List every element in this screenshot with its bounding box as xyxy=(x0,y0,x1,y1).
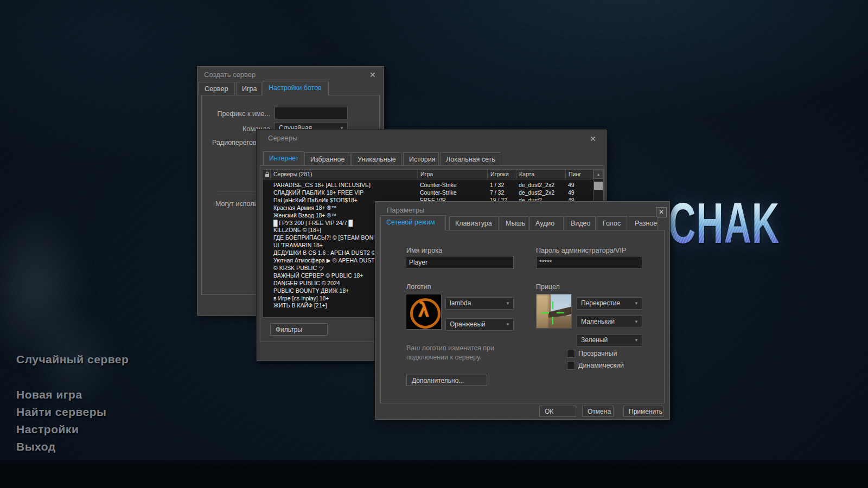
cancel-button[interactable]: Отмена xyxy=(582,406,614,417)
tab-audio[interactable]: Аудио xyxy=(529,216,564,230)
close-icon[interactable]: ✕ xyxy=(590,135,596,143)
tab-video[interactable]: Видео xyxy=(565,216,596,230)
menu-item-find-servers[interactable]: Найти серверы xyxy=(16,406,107,419)
tab-mouse[interactable]: Мышь xyxy=(500,216,528,230)
bottom-vignette xyxy=(0,460,868,488)
tab-game[interactable]: Игра xyxy=(236,82,261,95)
dialog-title: Параметры xyxy=(387,206,424,214)
menu-item-random-server[interactable]: Случайный сервер xyxy=(16,353,129,366)
tab-voice[interactable]: Голос xyxy=(597,216,627,230)
tab-lan[interactable]: Локальная сеть xyxy=(440,152,501,165)
tab-server[interactable]: Сервер xyxy=(199,82,235,95)
tab-bot-settings[interactable]: Настройки ботов xyxy=(263,81,329,95)
tab-internet[interactable]: Интернет xyxy=(263,151,303,165)
menu-item-settings[interactable]: Настройки xyxy=(16,423,79,436)
menu-item-exit[interactable]: Выход xyxy=(16,440,56,453)
background-nickname-logo: CHAK xyxy=(668,194,780,258)
tab-unique[interactable]: Уникальные xyxy=(352,152,401,165)
tab-history[interactable]: История xyxy=(403,152,439,165)
tab-network[interactable]: Сетевой режим xyxy=(380,215,446,230)
tab-page-border xyxy=(380,230,665,403)
apply-button[interactable]: Применить xyxy=(623,406,663,417)
tab-misc[interactable]: Разное xyxy=(629,216,658,230)
dialog-title: Серверы xyxy=(268,134,297,142)
close-icon[interactable]: ✕ xyxy=(369,71,376,79)
close-icon[interactable]: ✕ xyxy=(656,207,667,217)
tab-favorites[interactable]: Избранное xyxy=(304,152,350,165)
options-dialog: Параметры ✕ Сетевой режим Клавиатура Мыш… xyxy=(375,201,670,420)
tab-keyboard[interactable]: Клавиатура xyxy=(449,216,499,230)
menu-item-new-game[interactable]: Новая игра xyxy=(16,388,82,401)
ok-button[interactable]: ОК xyxy=(539,406,576,417)
dialog-title: Создать сервер xyxy=(204,70,256,79)
